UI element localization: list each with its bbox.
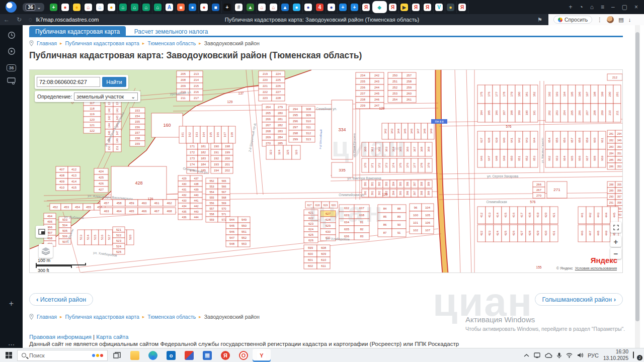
- browser-tab[interactable]: #: [233, 1, 245, 13]
- browser-tab[interactable]: +: [338, 1, 349, 13]
- edge-icon[interactable]: [144, 349, 162, 362]
- microphone-icon[interactable]: [557, 352, 561, 358]
- breadcrumb-item[interactable]: Публичная кадастровая карта: [65, 40, 139, 46]
- profile-icon[interactable]: ◔: [579, 4, 583, 11]
- inset-map-button[interactable]: [36, 226, 48, 238]
- tab-group-chip[interactable]: 36 ⌄: [23, 3, 44, 12]
- cad-app-icon[interactable]: [180, 349, 198, 362]
- browser-tab[interactable]: ▲: [280, 1, 291, 13]
- browser-tab[interactable]: ●: [303, 1, 314, 13]
- browser-tab[interactable]: ●: [326, 1, 338, 13]
- minimize-button[interactable]: –: [611, 4, 615, 11]
- browser-tab[interactable]: ⌂: [141, 1, 152, 13]
- browser-tab[interactable]: ●: [291, 1, 303, 13]
- tab-cadastral-map[interactable]: Публичная кадастровая карта: [29, 26, 126, 37]
- opera-icon[interactable]: O: [234, 349, 253, 362]
- new-tab-button[interactable]: +: [569, 4, 572, 11]
- url-text[interactable]: lk7map.roscadastres.com: [36, 17, 99, 23]
- onedrive-icon[interactable]: [545, 353, 552, 358]
- scrollbar[interactable]: [635, 25, 640, 348]
- avatar[interactable]: [607, 16, 614, 23]
- yandex-logo[interactable]: Яндекс: [591, 256, 617, 264]
- browser-tab[interactable]: Я: [422, 1, 434, 13]
- browser-tab[interactable]: ●: [187, 1, 199, 13]
- browser-tab[interactable]: A: [164, 1, 176, 13]
- outlook-icon[interactable]: o: [162, 349, 180, 362]
- browser-tab[interactable]: ▶: [399, 1, 411, 13]
- file-explorer-icon[interactable]: [126, 349, 144, 362]
- language-indicator[interactable]: РУС: [588, 352, 599, 358]
- browser-tab[interactable]: Я: [361, 1, 372, 13]
- notification-center-icon[interactable]: 2: [633, 352, 641, 359]
- more-icon[interactable]: ⋮: [597, 17, 602, 23]
- search-input[interactable]: [37, 77, 100, 87]
- browser-tab[interactable]: +: [349, 1, 361, 13]
- map-container[interactable]: 1171181191201211221381391401411421431441…: [29, 69, 623, 273]
- downloads-icon[interactable]: ↓: [628, 17, 631, 23]
- browser-tab[interactable]: Я: [457, 1, 468, 13]
- browser-tab[interactable]: ●: [60, 1, 71, 13]
- calculator-icon[interactable]: ▦: [198, 349, 216, 362]
- filter-select[interactable]: земельный участок⌄: [74, 93, 138, 101]
- back-icon[interactable]: ←: [4, 16, 10, 23]
- sidebar-add-icon[interactable]: +: [0, 299, 23, 308]
- task-view-button[interactable]: [108, 349, 126, 362]
- menu-icon[interactable]: ≡: [601, 4, 604, 11]
- browser-tab[interactable]: ⌂: [257, 1, 268, 13]
- breadcrumb-item[interactable]: Публичная кадастровая карта: [65, 314, 139, 320]
- tab-land-tax[interactable]: Расчет земельного налога: [128, 26, 214, 37]
- search-button[interactable]: Найти: [102, 77, 126, 87]
- bookmarks-panel-icon[interactable]: ⌂: [590, 4, 594, 11]
- browser-tab[interactable]: ⌂: [268, 1, 280, 13]
- browser-tab[interactable]: +: [222, 1, 233, 13]
- legal-info-link[interactable]: Правовая информация: [29, 334, 92, 340]
- next-district-button[interactable]: Голышмановский район ›: [535, 293, 623, 306]
- active-app-icon[interactable]: Y: [253, 349, 271, 362]
- taskbar-search[interactable]: Поиск: [17, 350, 108, 361]
- prev-district-button[interactable]: ‹ Исетский район: [29, 293, 93, 306]
- taskbar-clock[interactable]: 16:3013.10.2025: [603, 349, 628, 361]
- panels-icon[interactable]: ▤: [618, 17, 623, 23]
- ask-ai-button[interactable]: Спросить: [553, 16, 592, 24]
- zoom-in-button[interactable]: +: [610, 236, 621, 247]
- virtual-desktop-icon[interactable]: [534, 352, 540, 358]
- restore-button[interactable]: ▢: [622, 4, 627, 11]
- browser-tab[interactable]: ■: [176, 1, 187, 13]
- reload-icon[interactable]: ↻: [17, 16, 22, 23]
- browser-tab[interactable]: +: [48, 1, 60, 13]
- yandex-browser-icon[interactable]: Я: [216, 349, 234, 362]
- close-button[interactable]: ×: [634, 4, 638, 11]
- browser-tab[interactable]: ⌂: [129, 1, 141, 13]
- site-info-icon[interactable]: ◌: [29, 16, 32, 23]
- terms-link[interactable]: Условия использования: [575, 266, 617, 270]
- network-icon[interactable]: [566, 352, 573, 358]
- browser-tab[interactable]: ⌂: [118, 1, 129, 13]
- breadcrumb-item[interactable]: Тюменская область: [147, 314, 196, 320]
- browser-tab[interactable]: ⌂: [95, 1, 106, 13]
- play-circle-icon[interactable]: [0, 47, 23, 57]
- volume-icon[interactable]: [577, 352, 583, 358]
- bookmark-icon[interactable]: ⚑: [537, 17, 542, 23]
- browser-tab[interactable]: Я: [411, 1, 422, 13]
- breadcrumb-item[interactable]: Главная: [37, 314, 57, 320]
- browser-tab[interactable]: ▲: [245, 1, 257, 13]
- browser-tab[interactable]: V: [434, 1, 445, 13]
- browser-tab[interactable]: ■: [210, 1, 222, 13]
- browser-tab[interactable]: ●: [71, 1, 83, 13]
- browser-tab[interactable]: ●: [199, 1, 210, 13]
- start-button[interactable]: [0, 352, 17, 358]
- browser-tab-active[interactable]: ◆: [372, 1, 387, 13]
- browser-logo-icon[interactable]: [6, 2, 17, 13]
- tray-expand-icon[interactable]: [524, 353, 529, 357]
- browser-tab[interactable]: ●: [445, 1, 457, 13]
- scrollbar-thumb[interactable]: [635, 32, 639, 321]
- browser-tab[interactable]: 4: [314, 1, 326, 13]
- fullscreen-button[interactable]: [610, 222, 621, 233]
- sitemap-link[interactable]: Карта сайта: [96, 334, 128, 340]
- browser-tab[interactable]: ⌂: [152, 1, 164, 13]
- breadcrumb-item[interactable]: Тюменская область: [147, 40, 196, 46]
- browser-tab[interactable]: ●: [106, 1, 118, 13]
- breadcrumb-item[interactable]: Главная: [37, 40, 57, 46]
- screencast-icon[interactable]: [0, 77, 23, 86]
- browser-tab[interactable]: ⌂: [83, 1, 95, 13]
